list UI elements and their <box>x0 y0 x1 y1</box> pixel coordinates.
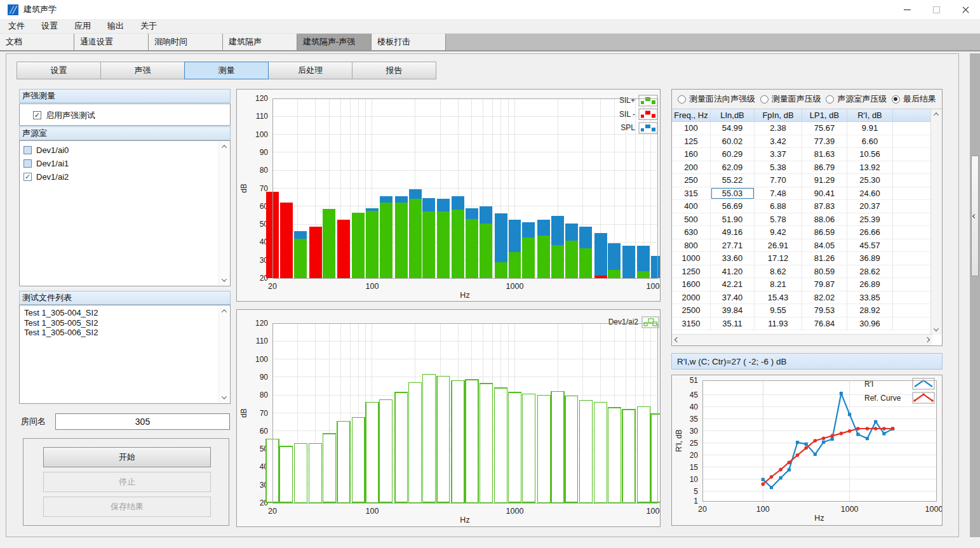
table-cell[interactable]: 3.42 <box>755 135 802 148</box>
table-cell[interactable]: 39.84 <box>711 304 755 317</box>
tab-楼板打击[interactable]: 楼板打击 <box>372 34 446 50</box>
table-cell[interactable]: 3150 <box>672 317 711 330</box>
table-cell[interactable]: 27.71 <box>711 239 755 252</box>
table-cell[interactable]: 86.59 <box>802 226 847 239</box>
radio-声源室声压级[interactable]: 声源室声压级 <box>826 93 887 105</box>
table-cell[interactable]: 49.16 <box>711 226 755 239</box>
scroll-up-icon[interactable] <box>931 109 941 119</box>
collapse-panel-button[interactable] <box>971 156 979 276</box>
table-cell[interactable]: 3.37 <box>755 148 802 161</box>
table-cell[interactable]: 26.66 <box>847 226 893 239</box>
table-cell[interactable]: 9.42 <box>755 226 802 239</box>
stop-button[interactable]: 停止 <box>43 472 211 492</box>
file-list-scrollbar[interactable] <box>218 306 229 403</box>
table-cell[interactable]: 5.38 <box>755 161 802 174</box>
table-cell[interactable]: 6.60 <box>847 135 893 148</box>
checkbox-icon[interactable] <box>23 159 32 168</box>
table-cell[interactable]: 41.20 <box>711 265 755 278</box>
table-cell[interactable]: 1000 <box>672 252 711 265</box>
table-cell[interactable]: 55.22 <box>711 174 755 187</box>
table-cell[interactable]: 1600 <box>672 278 711 291</box>
subtab-测量[interactable]: 测量 <box>184 62 269 79</box>
table-cell[interactable]: 9.55 <box>755 304 802 317</box>
table-cell[interactable]: 79.53 <box>802 304 847 317</box>
table-cell[interactable]: 82.02 <box>802 291 847 304</box>
table-cell[interactable]: 51.90 <box>711 213 755 226</box>
maximize-icon[interactable] <box>922 0 951 19</box>
table-cell[interactable]: 42.21 <box>711 278 755 291</box>
table-cell[interactable]: 81.26 <box>802 252 847 265</box>
table-cell[interactable] <box>893 226 932 239</box>
table-cell[interactable]: 26.89 <box>847 278 893 291</box>
table-cell[interactable]: 28.62 <box>847 265 893 278</box>
menu-item-输出[interactable]: 输出 <box>99 19 132 33</box>
table-cell[interactable]: 13.92 <box>847 161 893 174</box>
table-cell[interactable]: 87.83 <box>802 200 847 213</box>
table-cell[interactable]: 7.48 <box>755 187 802 200</box>
table-cell[interactable]: 56.69 <box>711 200 755 213</box>
table-cell[interactable]: 90.41 <box>802 187 847 200</box>
table-cell[interactable]: 2000 <box>672 291 711 304</box>
subtab-后处理[interactable]: 后处理 <box>268 62 352 79</box>
table-cell[interactable]: 33.60 <box>711 252 755 265</box>
table-cell[interactable] <box>893 135 932 148</box>
menu-item-设置[interactable]: 设置 <box>33 19 66 33</box>
channel-item-Dev1/ai2[interactable]: ✓Dev1/ai2 <box>23 171 230 183</box>
radio-icon[interactable] <box>892 95 900 104</box>
radio-icon[interactable] <box>678 95 686 104</box>
list-item[interactable]: Test 1_305-005_SI2 <box>20 318 230 328</box>
table-cell[interactable]: 7.70 <box>755 174 802 187</box>
table-cell[interactable]: 15.43 <box>755 291 802 304</box>
scroll-up-icon[interactable] <box>219 306 229 316</box>
table-cell[interactable]: 125 <box>672 135 711 148</box>
scroll-down-icon[interactable] <box>219 275 229 285</box>
save-results-button[interactable]: 保存结果 <box>43 497 211 517</box>
room-name-input[interactable] <box>55 413 230 430</box>
table-cell[interactable]: 2.38 <box>755 122 802 135</box>
table-cell[interactable]: 17.12 <box>755 252 802 265</box>
table-cell[interactable]: 800 <box>672 239 711 252</box>
table-horizontal-scrollbar[interactable] <box>672 334 932 345</box>
table-cell[interactable]: 33.85 <box>847 291 893 304</box>
enable-intensity-checkbox[interactable]: ✓ 启用声强测试 <box>23 109 95 121</box>
table-cell[interactable]: 400 <box>672 200 711 213</box>
table-cell[interactable]: 60.29 <box>711 148 755 161</box>
radio-测量面法向声强级[interactable]: 测量面法向声强级 <box>678 93 755 105</box>
table-cell[interactable]: 45.57 <box>847 239 893 252</box>
scroll-right-icon[interactable] <box>922 335 932 345</box>
table-cell[interactable]: 35.11 <box>711 317 755 330</box>
table-cell[interactable] <box>893 317 932 330</box>
table-cell[interactable] <box>893 122 932 135</box>
table-cell[interactable]: 5.78 <box>755 213 802 226</box>
table-cell[interactable]: 54.99 <box>711 122 755 135</box>
table-cell[interactable]: 160 <box>672 148 711 161</box>
radio-icon[interactable] <box>826 95 834 104</box>
table-cell[interactable] <box>893 278 932 291</box>
tab-建筑隔声[interactable]: 建筑隔声 <box>223 34 297 50</box>
subtab-报告[interactable]: 报告 <box>352 62 436 79</box>
scroll-up-icon[interactable] <box>219 142 229 152</box>
table-cell[interactable]: 55.03 <box>711 187 755 200</box>
table-cell[interactable] <box>893 265 932 278</box>
table-cell[interactable]: 80.59 <box>802 265 847 278</box>
table-vertical-scrollbar[interactable] <box>930 109 942 335</box>
table-cell[interactable]: 20.37 <box>847 200 893 213</box>
table-cell[interactable]: 11.93 <box>755 317 802 330</box>
table-cell[interactable]: 1250 <box>672 265 711 278</box>
table-cell[interactable]: 28.92 <box>847 304 893 317</box>
close-icon[interactable] <box>951 0 980 19</box>
table-cell[interactable]: 250 <box>672 174 711 187</box>
radio-icon[interactable] <box>760 95 769 104</box>
menu-item-应用[interactable]: 应用 <box>66 19 99 33</box>
checkbox-icon[interactable]: ✓ <box>23 173 32 181</box>
source-list-scrollbar[interactable] <box>218 142 229 285</box>
checkbox-icon[interactable] <box>23 146 32 154</box>
table-cell[interactable]: 25.30 <box>847 174 893 187</box>
table-cell[interactable]: 8.62 <box>755 265 802 278</box>
table-cell[interactable]: 630 <box>672 226 711 239</box>
table-cell[interactable]: 81.63 <box>802 148 847 161</box>
subtab-设置[interactable]: 设置 <box>17 62 101 79</box>
channel-item-Dev1/ai1[interactable]: Dev1/ai1 <box>23 157 230 170</box>
radio-最后结果[interactable]: 最后结果 <box>892 93 936 105</box>
table-cell[interactable] <box>893 239 932 252</box>
